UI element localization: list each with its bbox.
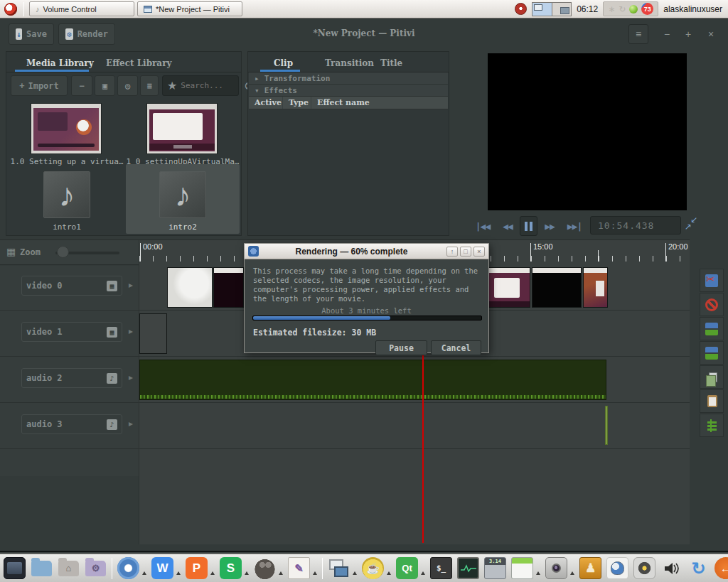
hamburger-menu-button[interactable]: ≡ [628,24,648,44]
timeline-clip-video0-e[interactable] [583,267,608,308]
cancel-render-button[interactable]: Cancel [431,340,481,355]
seek-start-button[interactable]: |◀◀ [471,216,495,236]
search-field[interactable]: ★ ⊗ [162,75,239,96]
tray-icon-b[interactable]: ↻ [619,4,626,14]
pause-button[interactable] [520,216,537,236]
audio-track-icon: ♪ [107,373,117,384]
track-name-audio2[interactable]: audio 2 ♪ [21,368,122,388]
fast-forward-button[interactable]: ▶▶ [540,216,560,236]
dock-text-editor-icon[interactable]: ✎ [288,557,310,579]
track-name-video0[interactable]: video 0 ▦ [21,276,122,296]
dock-file-manager-icon[interactable] [31,557,53,579]
track-expander-audio3[interactable]: ▸ [129,419,133,429]
media-item-video-2[interactable] [146,103,218,154]
dock-refresh-icon[interactable]: ↻ [687,557,710,579]
workspace-1[interactable] [532,3,552,16]
proxy-icon-button[interactable]: ▣ [95,75,115,96]
close-button[interactable]: × [701,24,721,44]
task-button-pitivi[interactable]: *New Project — Pitivi [137,1,242,16]
paste-clips-button[interactable] [700,389,724,413]
timeline-clip-video1-a[interactable] [139,313,167,354]
track-name-label: audio 3 [26,419,63,429]
dialog-close-button[interactable]: × [473,247,485,257]
timecode-field[interactable]: 10:54.438 [590,216,681,235]
list-view-button[interactable]: ≡ [140,75,159,96]
tab-effect-library[interactable]: Effect Library [106,58,171,68]
unfullscreen-icon[interactable]: ↙ ↗ [685,216,700,233]
workspace-switcher[interactable] [532,2,572,16]
dock-terminal-icon[interactable]: $_ [430,557,452,579]
dock-home-folder-icon[interactable]: ⌂ [58,557,80,579]
media-item-audio-intro2[interactable]: ♪ [159,171,206,218]
dock-camera-icon[interactable] [545,557,567,579]
transformation-expander[interactable]: ▸ Transformation [249,72,448,85]
zoom-slider-knob[interactable] [57,246,69,258]
timeline-clip-video0-c[interactable] [488,267,530,308]
rewind-button[interactable]: ◀◀ [498,216,518,236]
tab-transition[interactable]: Transition [325,58,374,68]
dock-calculator-icon[interactable]: 3.14 [484,557,506,579]
dock-chromium-icon[interactable] [117,557,139,579]
dock-gimp-icon[interactable] [254,557,276,579]
ungroup-clips-button[interactable] [700,341,724,365]
screen-recorder-icon[interactable] [515,3,527,15]
split-clip-button[interactable] [700,269,724,292]
dock-chess-icon[interactable]: ♟ [579,557,601,579]
track-expander-video0[interactable]: ▸ [129,280,133,290]
workspace-2[interactable] [552,3,571,16]
track-name-audio3[interactable]: audio 3 ♪ [21,414,122,434]
tab-title[interactable]: Title [380,58,402,68]
insert-at-end-button[interactable]: ◎ [117,75,138,96]
star-icon: ★ [167,79,177,92]
dock-qt-creator-icon[interactable]: Qt [396,557,418,579]
align-clips-button[interactable] [700,414,724,437]
dialog-titlebar[interactable]: Rendering — 60% complete ↑ □ × [245,244,488,259]
maximize-button[interactable]: + [678,24,698,44]
dock-desktop-icon[interactable] [4,557,26,579]
timeline-clip-video0-d[interactable] [532,267,582,308]
applications-menu-button[interactable] [3,1,18,17]
track-expander-video1[interactable]: ▸ [129,326,133,336]
search-input[interactable] [181,81,240,90]
track-name-video1[interactable]: video 1 ▦ [21,322,122,342]
dock-wps-presentation-icon[interactable]: P [186,557,208,579]
seek-end-button[interactable]: ▶▶| [562,216,587,236]
timeline-clip-video0-a[interactable] [167,267,213,308]
track-expander-audio2[interactable]: ▸ [129,372,133,382]
minimize-button[interactable]: − [657,24,677,44]
effects-expander[interactable]: ▾ Effects [249,85,448,97]
clock[interactable]: 06:12 [577,4,598,14]
task-button-volume-control[interactable]: ♪ Volume Control [29,1,134,16]
timeline-clip-audio3[interactable] [605,406,608,445]
media-item-video-1[interactable] [31,103,102,154]
tab-media-library[interactable]: Media Library [26,58,94,68]
dialog-maximize-button[interactable]: □ [460,247,471,257]
dock-media-player-icon[interactable] [633,557,655,579]
dock-kteatime-icon[interactable]: ☕ [362,557,384,579]
dock-back-icon[interactable]: ← [714,557,728,579]
dock-wps-spreadsheets-icon[interactable]: S [220,557,242,579]
group-clips-button[interactable] [700,317,724,340]
tray-icon-a[interactable]: ∗ [608,4,615,14]
dock-volume-icon[interactable] [660,557,682,579]
copy-clips-button[interactable] [700,365,724,389]
dock-robot-assistant-icon[interactable] [606,557,628,579]
dialog-shade-button[interactable]: ↑ [446,247,458,257]
timeline-clip-audio2[interactable] [139,360,606,400]
dock-screenshot-tool-icon[interactable] [328,557,350,579]
import-button[interactable]: + Import [11,75,68,96]
dock-system-monitor-icon[interactable] [457,557,479,579]
zoom-fit-icon[interactable]: ▦ [6,246,16,257]
dock-calendar-icon[interactable] [511,557,533,579]
media-item-audio-intro1[interactable]: ♪ [43,171,90,218]
pause-render-button[interactable]: Pause [375,340,427,355]
dock-settings-folder-icon[interactable]: ⚙ [85,557,107,579]
status-green-icon[interactable] [629,5,638,14]
remove-clip-button[interactable]: − [71,75,92,96]
clip-properties-panel: Clip Transition Title ▸ Transformation ▾… [247,51,449,236]
delete-clip-button[interactable] [700,293,724,316]
timeline-clip-video0-b[interactable] [213,267,244,308]
tab-clip[interactable]: Clip [274,58,293,68]
dock-wps-writer-icon[interactable]: W [151,557,173,579]
status-badge[interactable]: 73 [641,3,653,15]
